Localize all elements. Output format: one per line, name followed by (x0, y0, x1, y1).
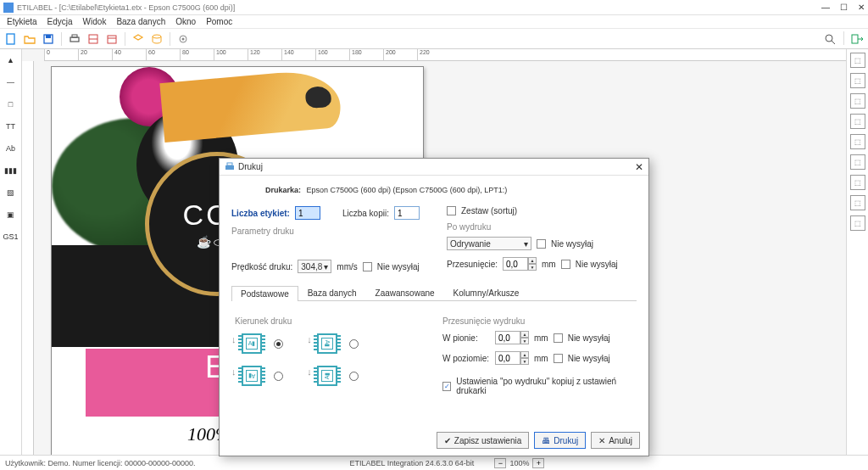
main-toolbar (0, 29, 868, 49)
select-tool[interactable]: ▲ (3, 53, 19, 68)
gs1-tool[interactable]: GS1 (3, 229, 19, 244)
svg-rect-15 (225, 165, 234, 170)
align-bottom-button[interactable]: ⬚ (850, 154, 865, 170)
svg-rect-4 (72, 35, 77, 37)
menu-pomoc[interactable]: Pomoc (206, 17, 232, 26)
menu-etykieta[interactable]: Etykieta (7, 17, 37, 26)
align-top-button[interactable]: ⬚ (850, 114, 865, 129)
vshift-dont-send-checkbox[interactable] (554, 333, 563, 343)
offset-spinner[interactable]: ▲▼ (503, 257, 537, 271)
align-center-button[interactable]: ⬚ (850, 73, 865, 88)
speed-dont-send-checkbox[interactable] (363, 262, 372, 271)
dialog-close-button[interactable]: ✕ (635, 161, 643, 173)
calendar-button[interactable] (104, 31, 120, 47)
copies-input[interactable] (394, 206, 420, 220)
image-tool[interactable]: ▧ (3, 185, 19, 200)
line-tool[interactable]: — (3, 75, 19, 90)
text-tool[interactable]: TT (3, 119, 19, 134)
menu-widok[interactable]: Widok (83, 17, 107, 26)
close-button[interactable]: ✕ (858, 3, 865, 12)
copies-label: Liczba kopii: (342, 209, 389, 218)
params-header: Parametry druku (231, 227, 421, 236)
printer-icon (225, 162, 235, 172)
maximize-button[interactable]: ☐ (840, 3, 848, 12)
collate-label: Zestaw (sortuj) (461, 206, 517, 215)
after-dont-send-checkbox[interactable] (537, 239, 546, 249)
direction-radio-1[interactable] (274, 339, 283, 349)
distribute-h-button[interactable]: ⬚ (850, 175, 865, 190)
vshift-dont-send-label: Nie wysyłaj (568, 333, 610, 343)
printer-small-icon: 🖶 (542, 436, 550, 445)
dialog-title: Drukuj (238, 162, 263, 171)
save-file-button[interactable] (41, 31, 56, 47)
settings-button[interactable] (175, 31, 191, 47)
speed-unit: mm/s (337, 262, 357, 271)
right-toolbox: ⬚ ⬚ ⬚ ⬚ ⬚ ⬚ ⬚ ⬚ ⬚ (846, 49, 868, 455)
group-button[interactable]: ⬚ (850, 215, 865, 231)
shift-header: Przesunięcie wydruku (442, 316, 633, 326)
database-button[interactable] (149, 31, 164, 47)
new-file-button[interactable] (3, 31, 19, 47)
tab-zaawansowane[interactable]: Zaawansowane (366, 285, 444, 300)
minimize-button[interactable]: — (821, 3, 830, 12)
tab-baza-danych[interactable]: Baza danych (298, 285, 366, 300)
barcode-tool[interactable]: ▮▮▮ (3, 163, 19, 178)
printer-label: Drukarka: (265, 186, 301, 194)
speed-label: Prędkość druku: (231, 262, 292, 271)
shape-tool[interactable]: ▣ (3, 207, 19, 222)
direction-icon-1: ↓A▮ (235, 331, 269, 356)
tab-kolumny-arkusze[interactable]: Kolumny/Arkusze (444, 285, 529, 300)
open-file-button[interactable] (22, 31, 37, 47)
direction-radio-2[interactable] (349, 339, 359, 349)
direction-radio-4[interactable] (349, 372, 359, 381)
after-header: Po wydruku (447, 222, 637, 232)
copy-settings-checkbox[interactable] (442, 382, 451, 391)
svg-point-11 (182, 37, 185, 40)
exit-button[interactable] (849, 31, 865, 47)
toucan-beak-graphic (159, 68, 342, 143)
collate-checkbox[interactable] (447, 206, 456, 215)
dialog-tabs: Podstawowe Baza danych Zaawansowane Kolu… (231, 285, 637, 301)
save-settings-button[interactable]: ✔Zapisz ustawienia (437, 432, 529, 449)
menu-edycja[interactable]: Edycja (47, 17, 73, 26)
menu-baza-danych[interactable]: Baza danych (116, 17, 165, 26)
direction-icon-4: ↓A▮ (310, 363, 344, 389)
title-bar: ETILABEL - [C:\Etilabel\Etykieta1.etx - … (0, 0, 868, 15)
layers-button[interactable] (131, 31, 146, 47)
horizontal-ruler: 020406080100120140160180200220 (44, 49, 846, 61)
app-icon (3, 3, 14, 13)
zoom-tool-button[interactable] (823, 31, 838, 47)
after-mode-select[interactable]: Odrywanie▾ (447, 237, 531, 250)
hshift-dont-send-checkbox[interactable] (554, 354, 563, 363)
svg-rect-0 (7, 34, 14, 44)
zoom-in-button[interactable]: + (532, 458, 544, 468)
align-right-button[interactable]: ⬚ (850, 93, 865, 109)
direction-header: Kierunek druku (235, 316, 426, 326)
offset-dont-send-label: Nie wysyłaj (576, 260, 618, 269)
svg-rect-7 (108, 36, 116, 43)
print-button[interactable] (67, 31, 82, 47)
tab-podstawowe[interactable]: Podstawowe (231, 286, 298, 301)
after-dont-send-label: Nie wysyłaj (551, 239, 593, 249)
direction-radio-3[interactable] (274, 372, 283, 381)
print-preview-button[interactable] (86, 31, 101, 47)
distribute-v-button[interactable]: ⬚ (850, 195, 865, 210)
dialog-titlebar: Drukuj ✕ (220, 159, 648, 176)
align-left-button[interactable]: ⬚ (850, 53, 865, 68)
hshift-spinner[interactable]: ▲▼ (495, 351, 529, 365)
paragraph-tool[interactable]: Ab (3, 141, 19, 156)
offset-dont-send-checkbox[interactable] (561, 260, 570, 269)
label-count-input[interactable] (295, 206, 320, 220)
speed-dont-send-label: Nie wysyłaj (377, 262, 420, 271)
svg-rect-16 (227, 163, 232, 165)
vshift-spinner[interactable]: ▲▼ (495, 331, 529, 344)
speed-select[interactable]: 304,8▾ (298, 260, 331, 273)
zoom-out-button[interactable]: − (494, 458, 506, 468)
align-middle-button[interactable]: ⬚ (850, 134, 865, 149)
dialog-buttons: ✔Zapisz ustawienia 🖶Drukuj ✕Anuluj (437, 432, 640, 449)
menu-okno[interactable]: Okno (175, 17, 196, 26)
svg-line-13 (832, 41, 835, 44)
print-confirm-button[interactable]: 🖶Drukuj (534, 432, 586, 449)
cancel-button[interactable]: ✕Anuluj (591, 432, 640, 449)
rect-tool[interactable]: □ (3, 97, 19, 112)
